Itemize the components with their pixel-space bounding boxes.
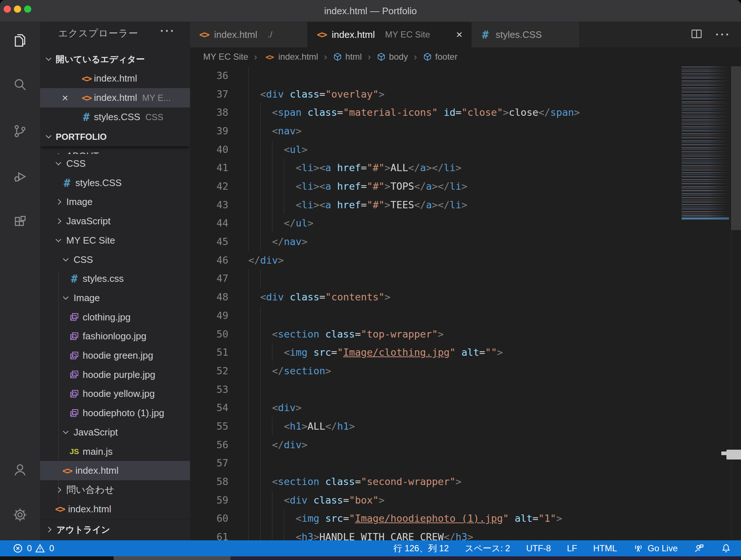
editor-tab-bar: <>index.html./<>index.htmlMY EC Site×#st…: [190, 22, 741, 47]
open-editor-item[interactable]: <>index.html: [40, 69, 190, 88]
tree-file-hoodie-yellow-jpg[interactable]: hoodie yellow.jpg: [40, 384, 190, 403]
code-line-38[interactable]: 38 <span class="material-icons" id="clos…: [190, 103, 741, 122]
more-actions-icon[interactable]: ···: [716, 28, 731, 41]
code-line-52[interactable]: 52 </section>: [190, 362, 741, 380]
line-number: 47: [190, 269, 228, 288]
code-line-53[interactable]: 53: [190, 380, 741, 399]
scrollbar-thumb[interactable]: [731, 66, 741, 230]
tree-file-hoodie-green-jpg[interactable]: hoodie green.jpg: [40, 346, 190, 365]
tree-file-index-html[interactable]: <>index.html: [40, 500, 190, 519]
open-editors-section-header[interactable]: 開いているエディター: [40, 50, 190, 69]
code-line-56[interactable]: 56 </div>: [190, 435, 741, 454]
code-line-44[interactable]: 44 </ul>: [190, 214, 741, 232]
code-line-37[interactable]: 37 <div class="overlay">: [190, 85, 741, 103]
tree-folder-css[interactable]: CSS: [40, 154, 190, 173]
code-line-36[interactable]: 36: [190, 66, 741, 85]
strip-segment: [0, 556, 114, 560]
code-line-60[interactable]: 60 <img src="Image/hoodiephoto (1).jpg" …: [190, 509, 741, 528]
status-warnings[interactable]: 0: [35, 543, 54, 554]
split-editor-icon[interactable]: [690, 27, 703, 42]
code-line-55[interactable]: 55 <h1>ALL</h1>: [190, 417, 741, 435]
tree-file-hoodiephoto-1-jpg[interactable]: hoodiephoto (1).jpg: [40, 403, 190, 423]
explorer-more-actions-icon[interactable]: ···: [160, 25, 176, 37]
tree-folder--[interactable]: 問い合わせ: [40, 480, 190, 500]
breadcrumb-separator: ›: [324, 51, 327, 63]
tree-folder-javascript[interactable]: JavaScript: [40, 212, 190, 231]
close-editor-icon[interactable]: ×: [62, 92, 74, 103]
search-icon[interactable]: [12, 76, 28, 92]
status-feedback[interactable]: [694, 543, 705, 554]
minimap[interactable]: [682, 67, 729, 220]
code-text: <li><a href="#">ALL</a></li>: [248, 158, 461, 177]
code-line-57[interactable]: 57: [190, 454, 741, 472]
status-label: 行 126、列 12: [393, 543, 449, 554]
open-editor-item[interactable]: ×<>index.htmlMY E...: [40, 88, 190, 107]
tree-file-clothing-jpg[interactable]: clothing.jpg: [40, 308, 190, 327]
code-line-46[interactable]: 46</div>: [190, 251, 741, 269]
tree-file-main-js[interactable]: JSmain.js: [40, 442, 190, 461]
code-line-58[interactable]: 58 <section class="second-wrapper">: [190, 472, 741, 491]
portfolio-section-header[interactable]: PORTFOLIO: [40, 127, 190, 146]
breadcrumb-item-footer[interactable]: footer: [423, 52, 457, 62]
code-line-40[interactable]: 40 <ul>: [190, 140, 741, 159]
editor-tab-index-html-0[interactable]: <>index.html./: [190, 22, 308, 47]
code-line-39[interactable]: 39 <nav>: [190, 122, 741, 140]
title-bar[interactable]: index.html — Portfolio: [0, 0, 741, 22]
code-line-41[interactable]: 41 <li><a href="#">ALL</a></li>: [190, 158, 741, 177]
code-line-51[interactable]: 51 <img src="Image/clothing.jpg" alt="">: [190, 343, 741, 362]
status-cursor-position[interactable]: 行 126、列 12: [393, 543, 449, 554]
tree-folder-image[interactable]: Image: [40, 192, 190, 212]
code-editor[interactable]: 3637 <div class="overlay">38 <span class…: [190, 66, 741, 540]
code-line-47[interactable]: 47: [190, 269, 741, 288]
tree-folder-css[interactable]: CSS: [40, 250, 190, 269]
tree-file-styles-css[interactable]: #styles.CSS: [40, 173, 190, 193]
status-eol[interactable]: LF: [567, 543, 577, 553]
tree-folder-javascript[interactable]: JavaScript: [40, 423, 190, 442]
indent-guide: [260, 380, 261, 399]
tree-item-about-clipped[interactable]: ABOUT: [40, 146, 190, 154]
extensions-icon[interactable]: [12, 214, 28, 230]
outline-section-header[interactable]: アウトライン: [40, 520, 190, 539]
folder-name: Image: [66, 196, 92, 208]
tree-folder-my-ec-site[interactable]: MY EC Site: [40, 231, 190, 250]
tree-file-fashionlogo-jpg[interactable]: fashionlogo.jpg: [40, 327, 190, 346]
code-line-43[interactable]: 43 <li><a href="#">TEES</a></li>: [190, 196, 741, 214]
code-line-49[interactable]: 49: [190, 306, 741, 325]
editor-tab-styles-css-2[interactable]: #styles.CSS: [472, 22, 580, 47]
editor-tab-index-html-1[interactable]: <>index.htmlMY EC Site×: [308, 22, 472, 47]
tree-file-index-html[interactable]: <>index.html: [40, 461, 190, 480]
open-editor-item[interactable]: #styles.CSSCSS: [40, 107, 190, 127]
html-file-icon: <>: [80, 92, 92, 104]
code-line-61[interactable]: 61 <h3>HANDLE WITH CARE CREW</h3>: [190, 528, 741, 540]
close-tab-icon[interactable]: ×: [456, 28, 462, 41]
breadcrumb-item-html[interactable]: html: [333, 52, 362, 62]
code-line-59[interactable]: 59 <div class="box">: [190, 491, 741, 509]
minimap-highlight: [682, 217, 729, 220]
status-errors[interactable]: 0: [12, 543, 32, 554]
files-icon[interactable]: [12, 32, 28, 48]
status-notifications[interactable]: [721, 543, 732, 554]
tree-file-styles-css[interactable]: #styles.css: [40, 269, 190, 288]
breadcrumb-item-body[interactable]: body: [377, 52, 408, 62]
code-text: <ul>: [248, 140, 308, 159]
chevron-down-icon: [56, 237, 62, 242]
status-encoding[interactable]: UTF-8: [526, 543, 551, 553]
status-language-mode[interactable]: HTML: [593, 543, 617, 553]
status-indentation[interactable]: スペース: 2: [465, 543, 510, 554]
breadcrumb-item-my-ec-site[interactable]: MY EC Site: [203, 52, 248, 62]
tree-folder-image[interactable]: Image: [40, 288, 190, 308]
code-line-54[interactable]: 54 <div>: [190, 398, 741, 417]
code-line-45[interactable]: 45 </nav>: [190, 232, 741, 251]
settings-icon[interactable]: [12, 507, 28, 523]
code-line-42[interactable]: 42 <li><a href="#">TOPS</a></li>: [190, 177, 741, 196]
code-line-50[interactable]: 50 <section class="top-wrapper">: [190, 325, 741, 343]
status-go-live[interactable]: Go Live: [633, 543, 678, 554]
tree-file-hoodie-purple-jpg[interactable]: hoodie purple.jpg: [40, 365, 190, 384]
run-debug-icon[interactable]: [12, 169, 28, 185]
warning-icon: [35, 543, 46, 554]
code-line-48[interactable]: 48 <div class="contents">: [190, 288, 741, 306]
tab-path-suffix: MY EC Site: [385, 29, 430, 40]
breadcrumb-item-index-html[interactable]: <>index.html: [263, 51, 318, 63]
account-icon[interactable]: [12, 462, 28, 478]
source-control-icon[interactable]: [12, 123, 28, 139]
